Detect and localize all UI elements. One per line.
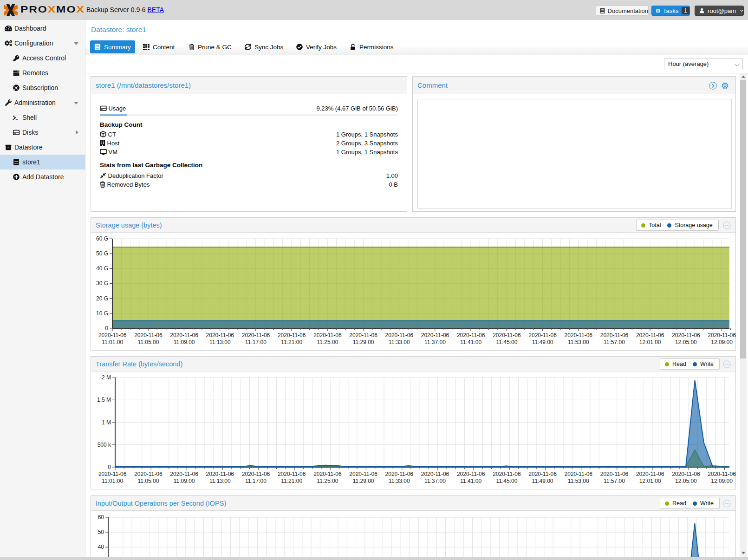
svg-text:2020-11-06: 2020-11-06 [528, 332, 557, 339]
svg-text:12:05:00: 12:05:00 [675, 478, 697, 484]
svg-text:11:13:00: 11:13:00 [209, 339, 231, 345]
svg-text:2020-11-06: 2020-11-06 [170, 471, 198, 477]
svg-text:2020-11-06: 2020-11-06 [421, 332, 449, 339]
svg-text:40: 40 [98, 544, 104, 550]
svg-text:11:33:00: 11:33:00 [389, 339, 410, 345]
svg-text:11:53:00: 11:53:00 [568, 478, 589, 484]
svg-text:11:25:00: 11:25:00 [317, 339, 338, 345]
svg-text:11:33:00: 11:33:00 [389, 478, 410, 484]
svg-text:11:49:00: 11:49:00 [532, 478, 553, 484]
svg-text:40 G: 40 G [96, 265, 108, 272]
svg-text:12:01:00: 12:01:00 [639, 478, 661, 484]
svg-text:50: 50 [98, 529, 104, 535]
svg-text:2020-11-06: 2020-11-06 [636, 332, 664, 339]
svg-text:11:13:00: 11:13:00 [209, 478, 231, 484]
svg-text:11:17:00: 11:17:00 [245, 478, 267, 484]
svg-text:2020-11-06: 2020-11-06 [636, 471, 664, 477]
svg-text:2020-11-06: 2020-11-06 [313, 332, 342, 339]
svg-text:11:37:00: 11:37:00 [424, 339, 446, 345]
svg-text:11:05:00: 11:05:00 [137, 339, 159, 345]
svg-text:12:01:00: 12:01:00 [639, 339, 661, 345]
svg-text:2020-11-06: 2020-11-06 [672, 332, 700, 339]
svg-text:2020-11-06: 2020-11-06 [278, 332, 306, 339]
svg-text:2020-11-06: 2020-11-06 [134, 471, 163, 477]
svg-text:2020-11-06: 2020-11-06 [98, 332, 127, 339]
svg-text:0: 0 [108, 464, 111, 470]
svg-text:2020-11-06: 2020-11-06 [385, 332, 414, 339]
svg-text:10 G: 10 G [96, 310, 108, 317]
svg-text:2020-11-06: 2020-11-06 [493, 471, 521, 477]
svg-text:2020-11-06: 2020-11-06 [600, 332, 629, 339]
svg-text:2020-11-06: 2020-11-06 [528, 471, 557, 477]
svg-text:2020-11-06: 2020-11-06 [493, 332, 521, 339]
svg-text:2020-11-06: 2020-11-06 [242, 471, 270, 477]
svg-text:60 G: 60 G [96, 235, 108, 242]
svg-text:11:41:00: 11:41:00 [460, 339, 481, 345]
svg-text:12:09:00: 12:09:00 [711, 478, 733, 484]
svg-text:11:01:00: 11:01:00 [102, 478, 123, 484]
svg-text:11:29:00: 11:29:00 [353, 478, 374, 484]
svg-text:11:25:00: 11:25:00 [317, 478, 338, 484]
svg-text:2020-11-06: 2020-11-06 [278, 471, 306, 477]
svg-text:11:01:00: 11:01:00 [102, 339, 123, 345]
svg-text:11:57:00: 11:57:00 [604, 339, 625, 345]
svg-text:11:41:00: 11:41:00 [460, 478, 481, 484]
svg-text:30 G: 30 G [96, 280, 108, 287]
svg-text:11:53:00: 11:53:00 [568, 339, 589, 345]
svg-text:11:45:00: 11:45:00 [496, 478, 517, 484]
svg-text:2020-11-06: 2020-11-06 [349, 471, 377, 477]
svg-text:11:09:00: 11:09:00 [174, 478, 195, 484]
svg-text:50 G: 50 G [96, 250, 108, 257]
svg-text:2020-11-06: 2020-11-06 [206, 332, 234, 339]
svg-text:11:17:00: 11:17:00 [245, 339, 267, 345]
svg-text:2020-11-06: 2020-11-06 [242, 332, 270, 339]
svg-text:12:05:00: 12:05:00 [675, 339, 697, 345]
svg-text:11:21:00: 11:21:00 [281, 478, 302, 484]
svg-text:20 G: 20 G [96, 295, 108, 302]
svg-text:11:21:00: 11:21:00 [281, 339, 302, 345]
svg-text:2020-11-06: 2020-11-06 [349, 332, 377, 339]
svg-text:2020-11-06: 2020-11-06 [672, 471, 700, 477]
svg-text:2 M: 2 M [102, 374, 111, 381]
svg-text:2020-11-06: 2020-11-06 [708, 471, 736, 477]
svg-text:11:29:00: 11:29:00 [353, 339, 374, 345]
svg-text:11:45:00: 11:45:00 [496, 339, 517, 345]
svg-text:2020-11-06: 2020-11-06 [600, 471, 629, 477]
svg-text:11:49:00: 11:49:00 [532, 339, 553, 345]
svg-text:11:57:00: 11:57:00 [604, 478, 625, 484]
svg-text:500 k: 500 k [98, 442, 111, 448]
svg-text:11:05:00: 11:05:00 [137, 478, 159, 484]
svg-text:2020-11-06: 2020-11-06 [565, 332, 593, 339]
svg-text:2020-11-06: 2020-11-06 [134, 332, 163, 339]
svg-text:2020-11-06: 2020-11-06 [98, 471, 127, 477]
svg-text:1 M: 1 M [102, 419, 111, 426]
svg-text:2020-11-06: 2020-11-06 [206, 471, 234, 477]
svg-text:1.5 M: 1.5 M [97, 397, 111, 403]
svg-text:11:09:00: 11:09:00 [174, 339, 195, 345]
svg-text:60: 60 [98, 514, 104, 521]
svg-text:2020-11-06: 2020-11-06 [170, 332, 198, 339]
svg-text:2020-11-06: 2020-11-06 [385, 471, 414, 477]
svg-text:2020-11-06: 2020-11-06 [421, 471, 449, 477]
svg-text:2020-11-06: 2020-11-06 [313, 471, 342, 477]
svg-text:2020-11-06: 2020-11-06 [457, 471, 485, 477]
svg-text:12:09:00: 12:09:00 [711, 339, 733, 345]
svg-text:11:37:00: 11:37:00 [424, 478, 446, 484]
svg-text:2020-11-06: 2020-11-06 [457, 332, 485, 339]
svg-text:0: 0 [105, 325, 108, 332]
svg-text:2020-11-06: 2020-11-06 [565, 471, 593, 477]
svg-text:2020-11-06: 2020-11-06 [708, 332, 736, 339]
